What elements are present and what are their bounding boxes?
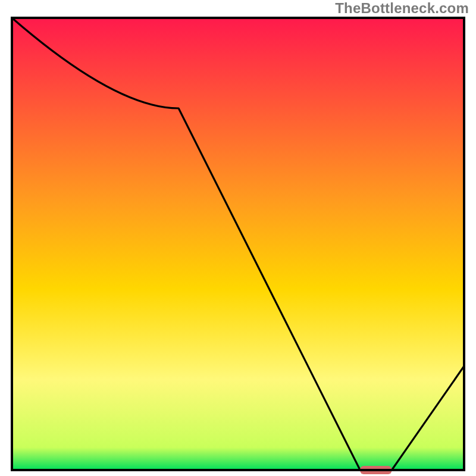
plot-background (12, 18, 464, 470)
chart-container: TheBottleneck.com (0, 0, 476, 476)
attribution-text: TheBottleneck.com (335, 0, 469, 17)
bottleneck-chart (0, 0, 476, 476)
